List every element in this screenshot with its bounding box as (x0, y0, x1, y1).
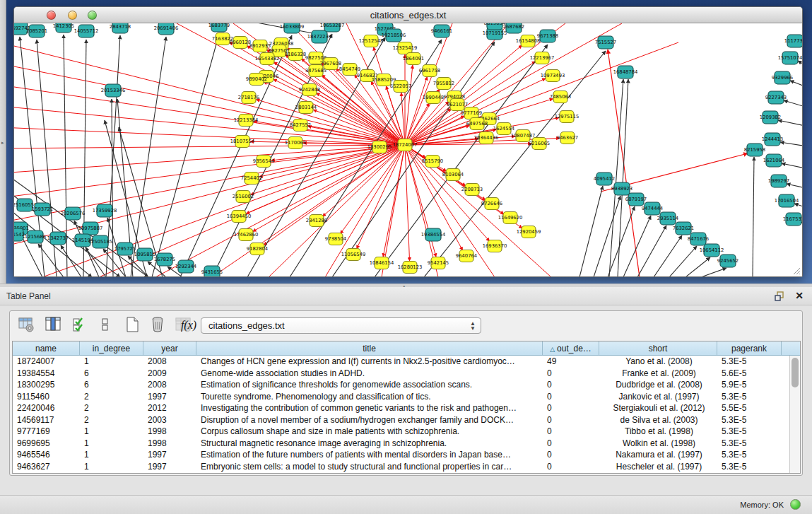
citation-edge-black[interactable] (618, 79, 628, 277)
graph-node-9474444[interactable]: 9474444 (642, 202, 663, 215)
citation-edge-black[interactable] (637, 226, 666, 277)
table-row[interactable]: 946362711997Embryonic stem cells: a mode… (13, 461, 800, 473)
graph-node-20153346[interactable]: 20153346 (101, 84, 126, 97)
row-height-button[interactable] (96, 316, 114, 334)
citation-edge-black[interactable] (152, 34, 219, 277)
column-header-pagerank[interactable]: pagerank (717, 341, 782, 355)
close-panel-icon[interactable]: ✕ (795, 290, 804, 301)
select-all-columns-button[interactable] (71, 316, 89, 334)
citation-edge-black[interactable] (686, 257, 710, 277)
delete-table-button[interactable] (148, 316, 167, 334)
graph-node-16936370[interactable]: 16936370 (483, 240, 507, 252)
graph-node-1170065[interactable]: 1170065 (285, 137, 306, 149)
citation-edge-black[interactable] (131, 37, 166, 277)
graph-node-1342737[interactable]: 1342737 (47, 232, 69, 245)
graph-node-1095810[interactable]: 1095810 (134, 248, 155, 261)
column-header-out_de[interactable]: △out_de… (543, 341, 599, 355)
graph-node-8471676[interactable]: 8471676 (688, 233, 709, 245)
column-header-in_degree[interactable]: in_degree (80, 341, 143, 355)
vertical-scrollbar[interactable] (789, 356, 800, 473)
graph-node-1621064[interactable]: 1621064 (763, 154, 784, 167)
citation-edge-red[interactable] (14, 145, 405, 173)
graph-node-15751074[interactable]: 15751074 (778, 52, 802, 64)
graph-node-7955812[interactable]: 7955812 (433, 78, 454, 90)
citation-edge-black[interactable] (778, 120, 802, 127)
graph-node-1209382[interactable]: 1209382 (760, 111, 781, 124)
graph-node-9463627[interactable]: 9463627 (557, 132, 578, 144)
citation-edge-red[interactable] (373, 47, 405, 145)
graph-node-10654112[interactable]: 10654112 (700, 244, 724, 257)
column-header-title[interactable]: title (196, 341, 543, 355)
graph-node-20691406[interactable]: 20691406 (154, 23, 179, 35)
citation-edge-black[interactable] (790, 81, 802, 89)
graph-node-6961758[interactable]: 6961758 (419, 65, 440, 77)
graph-node-1292344[interactable]: 1292344 (175, 260, 196, 273)
table-row[interactable]: 946554611997Estimation of the future num… (13, 449, 800, 461)
graph-node-17359928[interactable]: 17359928 (93, 204, 117, 217)
graph-node-10846154[interactable]: 10846154 (370, 257, 394, 269)
graph-node-1215686[interactable]: 1215686 (25, 230, 46, 243)
graph-node-12920459[interactable]: 12920459 (517, 226, 541, 238)
graph-node-8215958[interactable]: 8215958 (744, 144, 765, 156)
citation-edge-black[interactable] (753, 157, 754, 277)
table-row[interactable]: 1872400712008Changes of HCN gene express… (13, 356, 800, 368)
graph-node-2718176[interactable]: 2718176 (238, 92, 259, 104)
table-row[interactable]: 1938455462009Genome-wide association stu… (13, 368, 800, 380)
citation-edge-black[interactable] (654, 235, 682, 277)
graph-node-7632621[interactable]: 7632621 (673, 222, 694, 235)
collapsed-west-panel[interactable]: ▸ (0, 0, 6, 284)
show-column-button[interactable] (44, 316, 62, 334)
citation-edge-red[interactable] (405, 145, 495, 277)
graph-node-8515790[interactable]: 8515790 (422, 156, 443, 168)
citation-edge-red[interactable] (405, 145, 410, 261)
graph-node-9738504[interactable]: 9738504 (325, 233, 346, 245)
graph-node-16033809[interactable]: 16033809 (280, 23, 305, 33)
graph-node-9466161[interactable]: 9466161 (431, 25, 452, 37)
table-selector-dropdown[interactable]: citations_edges.txt ▲▼ (201, 317, 481, 334)
citation-edge-red[interactable] (14, 145, 405, 198)
citation-edge-black[interactable] (787, 184, 802, 189)
citation-edge-black[interactable] (784, 100, 802, 109)
graph-node-9329966[interactable]: 9329966 (772, 71, 793, 84)
citation-edge-red[interactable] (313, 110, 405, 145)
citation-edge-black[interactable] (38, 244, 64, 277)
network-view-window[interactable]: citations_edges.txt 16927412085201141230… (13, 6, 803, 277)
citation-edge-black[interactable] (780, 142, 802, 147)
graph-node-1795725[interactable]: 1795725 (114, 243, 136, 255)
graph-node-2516002[interactable]: 2516002 (233, 191, 254, 203)
panel-expand-arrow-icon[interactable]: ▸ (1, 140, 4, 146)
network-window-titlebar[interactable]: citations_edges.txt (14, 7, 802, 23)
graph-node-16280123[interactable]: 16280123 (398, 262, 423, 274)
citation-edge-red[interactable] (14, 106, 405, 145)
citation-edge-black[interactable] (782, 163, 802, 170)
graph-node-9431655[interactable]: 9431655 (201, 266, 223, 277)
graph-node-9671388[interactable]: 9671388 (537, 30, 558, 42)
graph-node-9542145[interactable]: 9542145 (428, 257, 449, 269)
graph-node-18372234[interactable]: 18372234 (307, 30, 332, 43)
graph-node-1678275[interactable]: 1678275 (154, 253, 175, 266)
graph-node-1412305[interactable]: 1412305 (53, 23, 74, 33)
graph-node-1990448[interactable]: 1990448 (423, 92, 444, 104)
graph-node-10975887[interactable]: 10975887 (78, 222, 103, 235)
citation-edge-black[interactable] (86, 247, 106, 277)
table-row[interactable]: 1456911722003Disruption of a novel membe… (13, 414, 800, 426)
graph-node-1683779[interactable]: 1683779 (208, 23, 230, 32)
graph-node-2085201[interactable]: 2085201 (26, 25, 47, 37)
column-header-year[interactable]: year (143, 341, 196, 355)
table-row[interactable]: 969969511998Structural magnetic resonanc… (13, 438, 800, 450)
graph-node-14055712[interactable]: 14055712 (74, 25, 99, 37)
graph-node-1593721[interactable]: 1593721 (32, 203, 53, 216)
network-canvas[interactable]: 1692741208520114123051405571228437182069… (14, 23, 802, 277)
function-builder-button[interactable]: f(x) (178, 316, 199, 334)
graph-node-2843718[interactable]: 2843718 (110, 23, 131, 33)
graph-node-7485063[interactable]: 7485063 (550, 91, 571, 103)
column-header-name[interactable]: name (13, 341, 80, 355)
graph-node-16848784[interactable]: 16848784 (613, 66, 638, 78)
graph-node-2803144[interactable]: 2803144 (295, 102, 317, 114)
create-table-button[interactable] (123, 316, 141, 334)
graph-node-391542[interactable]: 391542 (14, 228, 25, 241)
citation-edge-red[interactable] (383, 145, 405, 257)
citation-edge-red[interactable] (14, 42, 405, 145)
graph-node-1989297[interactable]: 1989297 (768, 175, 789, 187)
graph-node-20206576[interactable]: 20206576 (61, 207, 86, 220)
